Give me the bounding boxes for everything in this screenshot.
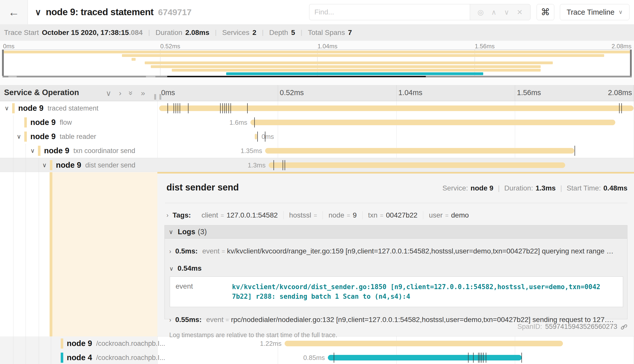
minimap-span-bar: [122, 54, 604, 57]
summary-label: Duration: [156, 29, 182, 37]
chevron-down-icon[interactable]: ∨: [5, 101, 9, 115]
span-id-row: SpanID: 5597415943526560273: [517, 323, 627, 331]
service-operation-header: Service & Operation: [4, 88, 79, 97]
tags-row[interactable]: › Tags: client=127.0.0.1:54582hostssl=no…: [166, 209, 474, 222]
log-marker: [486, 353, 486, 363]
log-field-value: kv/kvclient/kvcoord/dist_sender.go:1850 …: [232, 282, 604, 301]
log-field-key: event: [170, 282, 232, 301]
timeline-tick-line: [396, 85, 397, 101]
chevron-right-icon: ›: [169, 248, 171, 255]
span-duration-bar[interactable]: [328, 355, 522, 360]
minimap-strip-notch: [8, 76, 17, 77]
span-row[interactable]: ∨node 9table reader0ms: [0, 130, 634, 144]
logs-header[interactable]: ∨ Logs (3): [165, 225, 627, 239]
span-duration-bar[interactable]: [269, 162, 565, 168]
span-id-label: SpanID:: [517, 323, 542, 331]
find-controls: ◎∧∨✕: [470, 4, 531, 20]
tag-key: hostssl: [289, 211, 311, 219]
back-arrow-icon: ←: [8, 6, 19, 18]
span-duration-label: 1.3ms: [0, 158, 266, 172]
summary-value: October 15 2020, 17:38:15: [42, 29, 129, 37]
collapse-all-icon[interactable]: »: [127, 91, 135, 95]
top-bar: ← ∨ node 9: traced statement 6749717 ◎∧∨…: [0, 0, 634, 24]
keyboard-shortcuts-button[interactable]: ⌘: [537, 4, 554, 20]
timeline-tick-line: [633, 85, 634, 101]
log-entry-row[interactable]: ›0.5ms:event=kv/kvclient/kvcoord/range_i…: [165, 247, 627, 255]
tag-value: 127.0.0.1:54582: [226, 211, 278, 219]
expand-all-icon[interactable]: »: [141, 89, 145, 97]
span-duration-bar[interactable]: [265, 148, 574, 154]
next-result-icon[interactable]: ∨: [504, 8, 509, 16]
log-field-key: event: [202, 247, 220, 255]
service-color-accent: [12, 103, 15, 113]
tag-value: 9: [353, 211, 357, 219]
log-marker: [228, 103, 229, 113]
summary-value: 2.08ms: [185, 29, 209, 37]
separator: |: [301, 29, 302, 36]
logs-label: Logs: [178, 228, 195, 236]
collapse-one-icon[interactable]: ∨: [106, 89, 111, 98]
span-name: node 9table reader: [30, 130, 96, 144]
log-marker: [273, 160, 274, 170]
summary-value-suffix: .084: [129, 29, 143, 37]
minimap-left-scrubber[interactable]: [2, 50, 4, 76]
view-dropdown-button[interactable]: Trace Timeline ∨: [560, 4, 629, 20]
log-entry-expanded-header[interactable]: ∨0.54ms: [165, 264, 627, 272]
service-name: node 9: [30, 132, 56, 141]
clear-find-icon[interactable]: ✕: [517, 8, 522, 16]
back-button[interactable]: ←: [0, 0, 28, 24]
log-field-key: event: [206, 316, 224, 324]
span-row[interactable]: ∨node 9dist sender send1.3ms: [0, 158, 634, 172]
locate-icon[interactable]: ◎: [478, 8, 484, 16]
equals-sign: =: [347, 212, 350, 219]
span-name-cell[interactable]: ∨node 9traced statement: [0, 101, 157, 115]
log-keyvalue-table: eventkv/kvclient/kvcoord/dist_sender.go:…: [170, 276, 623, 307]
summary-value: 2: [252, 29, 257, 37]
tree-indent-guide: [51, 336, 51, 364]
log-marker: [174, 103, 174, 113]
log-marker: [483, 353, 484, 363]
span-name-cell[interactable]: ∨node 9table reader: [0, 130, 157, 144]
start-time-value: 0.48ms: [603, 184, 627, 192]
collapse-trace-icon[interactable]: ∨: [35, 7, 41, 17]
expanded-span-accent: [50, 172, 52, 336]
span-duration-bar[interactable]: [255, 134, 257, 139]
link-icon[interactable]: [620, 323, 627, 330]
span-duration-label: 0.85ms: [0, 351, 325, 364]
span-duration-bar[interactable]: [285, 341, 563, 346]
span-duration-bar[interactable]: [250, 120, 615, 125]
chevron-down-icon[interactable]: ∨: [17, 130, 21, 144]
equals-sign: =: [225, 317, 229, 324]
expand-one-icon[interactable]: ›: [119, 89, 121, 97]
prev-result-icon[interactable]: ∧: [491, 8, 497, 16]
minimap-canvas[interactable]: [3, 50, 632, 76]
minimap-strip-notch: [146, 76, 155, 77]
log-timestamp: 0.54ms: [178, 264, 202, 272]
tag-value: demo: [451, 211, 469, 219]
log-marker: [257, 132, 258, 142]
summary-value: 5: [291, 29, 295, 37]
minimap-span-bar: [3, 51, 631, 53]
log-marker: [178, 103, 178, 113]
tree-indent-guide: [13, 115, 13, 364]
span-row[interactable]: ∨node 9traced statement: [0, 101, 634, 115]
trace-minimap[interactable]: 0ms0.52ms1.04ms1.56ms2.08ms: [0, 41, 634, 85]
tree-indent-guide: [39, 158, 39, 364]
span-row[interactable]: node 4/cockroach.roachpb.I...0.85ms: [0, 351, 634, 364]
span-row[interactable]: node 9flow1.6ms: [0, 115, 634, 130]
timeline-tick-line: [278, 85, 278, 101]
log-field-value: kv/kvclient/kvcoord/range_iter.go:159 [n…: [227, 247, 614, 255]
trace-id: 6749717: [158, 7, 192, 17]
span-row[interactable]: ∨node 9txn coordinator send1.35ms: [0, 144, 634, 158]
tag-item: node=9: [323, 211, 362, 219]
log-marker: [222, 103, 223, 113]
log-marker: [480, 353, 480, 363]
span-detail-meta: Service:node 9 | Duration:1.3ms | Start …: [442, 184, 627, 192]
find-toolbar: ◎∧∨✕ ⌘ Trace Timeline ∨: [309, 4, 629, 20]
find-input[interactable]: [309, 4, 470, 20]
duration-value: 1.3ms: [536, 184, 556, 192]
equals-sign: =: [445, 212, 449, 219]
tree-indent-guide: [26, 144, 26, 364]
minimap-right-scrubber[interactable]: [630, 50, 632, 76]
summary-label: Trace Start: [4, 29, 39, 37]
